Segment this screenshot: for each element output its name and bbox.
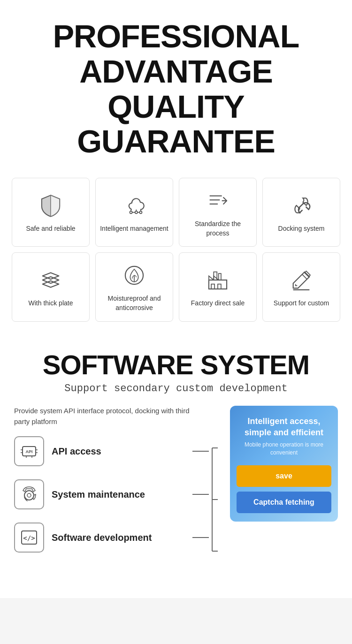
captcha-button[interactable]: Captcha fetching: [237, 492, 331, 513]
feature-thick-plate-label: With thick plate: [29, 299, 73, 308]
software-right: Intelligent access, simple and efficient…: [230, 406, 338, 521]
phone-panel-top: Intelligent access, simple and efficient…: [230, 406, 338, 465]
feature-safe-reliable: Safe and reliable: [12, 178, 90, 247]
arrow-list-icon: [206, 189, 230, 213]
cloud-icon: [122, 193, 146, 218]
svg-text:API: API: [25, 449, 32, 454]
svg-point-0: [130, 211, 132, 213]
feature-docking-system-label: Docking system: [278, 224, 325, 234]
software-item-api: API API access: [14, 436, 202, 466]
software-item-maintenance: System maintenance: [14, 479, 202, 509]
maintenance-icon: [14, 479, 44, 509]
svg-point-2: [139, 211, 142, 213]
svg-point-27: [24, 491, 34, 500]
software-item-development-label: Software development: [52, 531, 152, 544]
link-icon: [289, 193, 314, 218]
svg-point-1: [135, 211, 138, 213]
header-section: PROFESSIONAL ADVANTAGE QUALITY GUARANTEE: [0, 0, 352, 173]
feature-moistureproof: Moistureproof and anticorrosive: [95, 252, 173, 321]
shield-plant-icon: [122, 263, 146, 288]
svg-rect-16: [211, 284, 214, 289]
software-title: SOFTWARE SYSTEM: [14, 351, 338, 379]
layers-icon: [38, 268, 63, 292]
software-subtitle: Support secondary custom development: [14, 383, 338, 394]
features-row2: With thick plate Moistureproof and antic…: [12, 252, 340, 321]
feature-standardize-process-label: Standardize the process: [183, 220, 253, 238]
phone-panel: Intelligent access, simple and efficient…: [230, 406, 338, 521]
header-line1: PROFESSIONAL: [53, 18, 299, 54]
feature-moistureproof-label: Moistureproof and anticorrosive: [99, 294, 169, 312]
feature-intelligent-management-label: Intelligent management: [100, 224, 168, 234]
svg-text:</>: </>: [23, 534, 35, 542]
svg-rect-17: [218, 284, 221, 289]
feature-support-custom-label: Support for custom: [274, 299, 329, 308]
software-item-maintenance-label: System maintenance: [52, 488, 145, 500]
feature-intelligent-management: Intelligent management: [95, 178, 173, 247]
software-item-development: </> Software development: [14, 523, 202, 553]
header-title: PROFESSIONAL ADVANTAGE QUALITY GUARANTEE: [14, 19, 338, 159]
feature-factory-direct: Factory direct sale: [179, 252, 257, 321]
feature-factory-direct-label: Factory direct sale: [191, 299, 245, 308]
software-desc: Provide system API interface protocol, d…: [14, 406, 202, 427]
bracket-lines: [211, 406, 221, 589]
software-left: Provide system API interface protocol, d…: [14, 406, 202, 566]
features-row1: Safe and reliable Intelligent management: [12, 178, 340, 247]
features-section: Safe and reliable Intelligent management: [0, 173, 352, 336]
edit-tools-icon: [289, 268, 314, 292]
panel-buttons: save Captcha fetching: [230, 465, 338, 522]
panel-sub-text: Mobile phone operation is more convenien…: [238, 441, 329, 457]
feature-docking-system: Docking system: [262, 178, 340, 247]
feature-support-custom: Support for custom: [262, 252, 340, 321]
page-wrapper: PROFESSIONAL ADVANTAGE QUALITY GUARANTEE…: [0, 0, 352, 598]
software-section: SOFTWARE SYSTEM Support secondary custom…: [0, 337, 352, 599]
factory-icon: [206, 268, 230, 292]
feature-standardize-process: Standardize the process: [179, 178, 257, 247]
svg-point-28: [27, 493, 31, 497]
code-icon: </>: [14, 523, 44, 553]
feature-thick-plate: With thick plate: [12, 252, 90, 321]
svg-rect-15: [219, 273, 221, 280]
software-content: Provide system API interface protocol, d…: [14, 406, 338, 589]
feature-safe-reliable-label: Safe and reliable: [26, 224, 75, 234]
software-item-api-label: API access: [52, 445, 101, 457]
save-button[interactable]: save: [237, 465, 331, 487]
shield-icon: [38, 193, 63, 218]
header-line3: QUALITY GUARANTEE: [77, 89, 275, 159]
panel-main-text: Intelligent access, simple and efficient: [238, 416, 329, 438]
api-icon: API: [14, 436, 44, 466]
header-line2: ADVANTAGE: [79, 53, 273, 89]
